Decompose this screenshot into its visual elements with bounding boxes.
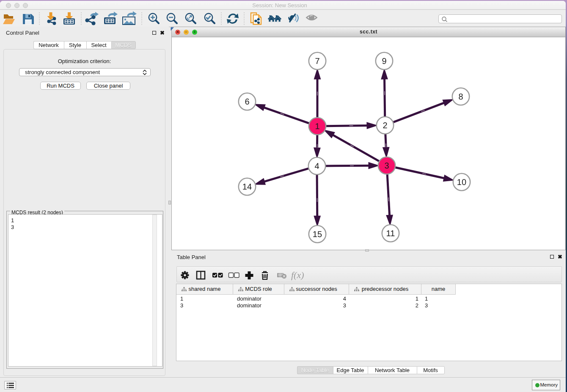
svg-text:10: 10 — [457, 177, 466, 187]
svg-text:2: 2 — [383, 121, 387, 130]
svg-text:1: 1 — [315, 121, 319, 131]
svg-text:9: 9 — [382, 56, 387, 66]
svg-text:8: 8 — [458, 92, 463, 101]
svg-text:7: 7 — [315, 56, 320, 66]
svg-text:4: 4 — [314, 161, 319, 171]
svg-text:11: 11 — [386, 229, 395, 238]
svg-text:14: 14 — [242, 182, 252, 191]
svg-text:3: 3 — [384, 161, 389, 170]
svg-text:6: 6 — [245, 97, 249, 106]
svg-text:15: 15 — [313, 229, 322, 239]
svg-text:f(x): f(x) — [291, 270, 304, 280]
